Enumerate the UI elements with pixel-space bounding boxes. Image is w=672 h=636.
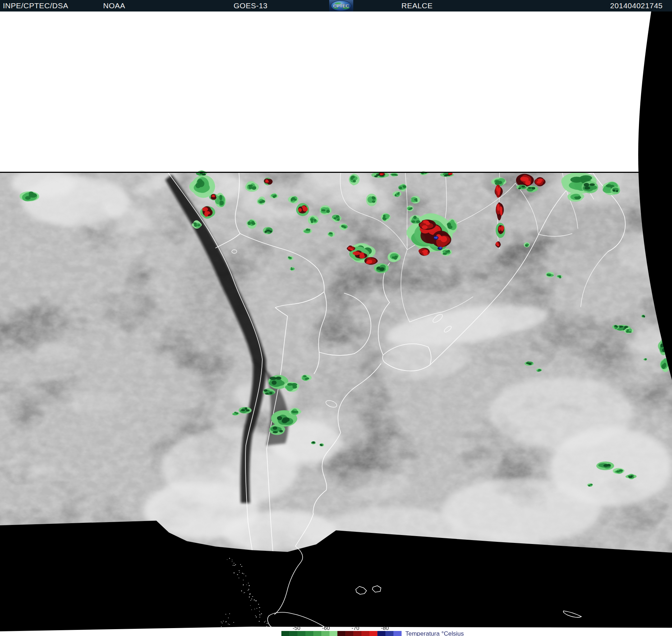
cptec-logo-text: CPTEC [333,3,349,9]
colorbar-segment [353,631,362,636]
storm-patch [524,242,530,247]
colorbar-segment [330,631,338,636]
header-bar: INPE/CPTEC/DSA NOAA GOES-13 CPTEC REALCE… [0,0,672,11]
colorbar-tick-label: -60 [322,625,330,631]
storm-patch [366,194,377,206]
satellite-label: GOES-13 [234,0,268,11]
storm-patch [582,181,598,193]
cptec-logo: CPTEC [329,0,353,11]
colorbar-segment [377,631,386,636]
colorbar-tick-label: -70 [351,625,359,631]
colorbar-title: Temperatura °Celsius [405,630,464,636]
colorbar-segment [313,631,322,636]
colorbar-tick-label: -80 [381,625,389,631]
colorbar-segment [393,631,402,636]
colorbar-segment [281,631,290,636]
colorbar-segment [385,631,393,636]
colorbar-segment [337,631,346,636]
storm-patch [239,407,252,414]
timestamp-label: 201404021745 [610,0,663,11]
colorbar-segment [305,631,314,636]
storm-patch [411,196,420,203]
colorbar-segment [289,631,298,636]
colorbar-segment [345,631,354,636]
storm-patch [19,192,39,202]
scan-top-line [0,172,647,173]
colorbar-segment [321,631,330,636]
colorbar-segment [362,631,370,636]
satellite-product-page: INPE/CPTEC/DSA NOAA GOES-13 CPTEC REALCE… [0,0,672,636]
storm-patch [596,462,614,470]
colorbar-segment [369,631,378,636]
agency-label: INPE/CPTEC/DSA [3,0,68,11]
network-label: NOAA [103,0,125,11]
colorbar-tick-label: -50 [293,625,300,631]
speck-noise-layer [0,169,672,561]
storm-patch [374,263,389,273]
colorbar-segment [298,631,306,636]
satellite-map: -50-60-70-80 Temperatura °Celsius [0,0,672,636]
imagery-region [0,163,672,561]
product-label: REALCE [401,0,433,11]
